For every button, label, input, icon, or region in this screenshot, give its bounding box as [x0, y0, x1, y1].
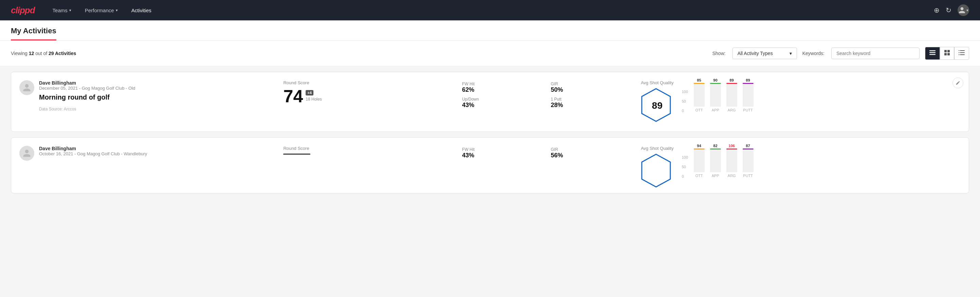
- one-putt-stat: 1 Putt 28%: [551, 97, 633, 109]
- gir-stat: GIR 56%: [551, 147, 633, 159]
- y-label-100: 100: [682, 90, 688, 94]
- svg-rect-2: [929, 54, 935, 55]
- shot-quality-chart: 100 50 0 94 OTT 82: [682, 150, 961, 185]
- activity-card: Dave Billingham October 16, 2021 - Gog M…: [11, 137, 969, 193]
- gir-stat: GIR 50%: [551, 81, 633, 93]
- svg-marker-14: [642, 154, 670, 187]
- bar-ott-label: OTT: [695, 108, 703, 112]
- holes-label: 18 Holes: [305, 97, 321, 102]
- stats-grid: FW Hit 62% GIR 50% Up/Down 43% 1 Putt 28…: [462, 81, 633, 109]
- stats-section: FW Hit 62% GIR 50% Up/Down 43% 1 Putt 28…: [462, 80, 633, 109]
- card-details: Dave Billingham October 16, 2021 - Gog M…: [39, 146, 147, 159]
- activity-title: Morning round of golf: [39, 93, 135, 101]
- player-name: Dave Billingham: [39, 80, 135, 86]
- svg-rect-6: [947, 53, 950, 55]
- user-avatar[interactable]: ▾: [958, 5, 969, 16]
- bar-putt-value: 89: [746, 78, 750, 82]
- card-player-info: Dave Billingham December 05, 2021 - Gog …: [19, 80, 275, 112]
- stats-grid: FW Hit 43% GIR 56%: [462, 147, 633, 159]
- bar-putt: 89 PUTT: [740, 78, 756, 112]
- search-input[interactable]: [831, 48, 920, 59]
- svg-rect-11: [960, 54, 965, 55]
- show-label: Show:: [713, 51, 725, 56]
- hexagon-score: [641, 153, 674, 189]
- activity-date-venue: December 05, 2021 - Gog Magog Golf Club …: [39, 86, 135, 91]
- teams-chevron-icon: ▾: [69, 8, 71, 13]
- bar-arg-label: ARG: [728, 108, 736, 112]
- viewing-count-text: Viewing 12 out of 29 Activities: [11, 51, 76, 56]
- quality-hex-area: Avg Shot Quality 89: [641, 80, 674, 123]
- nav-performance[interactable]: Performance ▾: [84, 5, 119, 16]
- bar-putt-2: 87 PUTT: [740, 144, 756, 178]
- bar-app: 90 APP: [708, 78, 723, 112]
- updown-stat: Up/Down 43%: [462, 97, 544, 109]
- stats-section: FW Hit 43% GIR 56%: [462, 146, 633, 159]
- avatar-chevron-icon: ▾: [966, 8, 969, 13]
- score-row: 74 +4 18 Holes: [283, 87, 453, 105]
- round-score-section: Round Score: [283, 146, 453, 155]
- shot-quality-section: Avg Shot Quality 89 100 50 0: [641, 80, 961, 123]
- main-content: Dave Billingham December 05, 2021 - Gog …: [0, 72, 980, 210]
- logo[interactable]: clippd: [11, 5, 35, 16]
- svg-rect-0: [929, 50, 935, 51]
- svg-rect-12: [959, 54, 959, 55]
- data-source: Data Source: Arccos: [39, 107, 135, 112]
- bar-arg: 89 ARG: [724, 78, 740, 112]
- bar-putt-label: PUTT: [743, 108, 753, 112]
- bar-app-label: APP: [712, 108, 719, 112]
- activity-type-dropdown[interactable]: All Activity Types ▾: [732, 48, 797, 59]
- hex-score-value: 89: [652, 100, 662, 111]
- view-list-button[interactable]: [954, 47, 969, 60]
- bar-ott: 85 OTT: [691, 78, 707, 112]
- view-compact-button[interactable]: [925, 47, 940, 60]
- shot-quality-chart: 100 50 0 85 OTT: [682, 85, 961, 119]
- player-avatar: [19, 146, 34, 161]
- svg-rect-7: [960, 50, 965, 51]
- bar-ott-2: 94 OTT: [691, 144, 707, 178]
- navbar: clippd Teams ▾ Performance ▾ Activities …: [0, 0, 980, 21]
- dropdown-chevron-icon: ▾: [789, 51, 792, 56]
- fw-hit-stat: FW Hit 62%: [462, 81, 544, 93]
- svg-rect-5: [944, 53, 947, 55]
- nav-teams[interactable]: Teams ▾: [51, 5, 73, 16]
- hexagon-score: 89: [641, 88, 674, 123]
- bar-arg-2: 106 ARG: [724, 144, 740, 178]
- refresh-button[interactable]: ↻: [946, 6, 951, 14]
- quality-hex-area: Avg Shot Quality: [641, 146, 674, 189]
- bar-app-value: 90: [713, 78, 718, 82]
- fw-hit-stat: FW Hit 43%: [462, 147, 544, 159]
- view-grid-button[interactable]: [940, 47, 954, 60]
- svg-rect-10: [959, 52, 959, 53]
- svg-rect-4: [947, 50, 950, 52]
- bar-arg-value: 89: [730, 78, 734, 82]
- page-header: My Activities: [0, 21, 980, 41]
- shot-quality-section: Avg Shot Quality 100 50 0 94: [641, 146, 961, 189]
- nav-actions: ⊕ ↻ ▾: [934, 5, 969, 16]
- activity-card: Dave Billingham December 05, 2021 - Gog …: [11, 72, 969, 132]
- y-label-50: 50: [682, 99, 688, 103]
- page-title: My Activities: [11, 27, 56, 40]
- bar-ott-value: 85: [697, 78, 701, 82]
- performance-chevron-icon: ▾: [116, 8, 118, 13]
- player-name: Dave Billingham: [39, 146, 147, 151]
- round-score-value: 74: [283, 87, 303, 105]
- svg-rect-3: [944, 50, 947, 52]
- view-toggle: [925, 47, 969, 60]
- svg-rect-1: [929, 52, 935, 53]
- round-score-section: Round Score 74 +4 18 Holes: [283, 80, 453, 105]
- round-score-label: Round Score: [283, 146, 453, 151]
- card-player-info: Dave Billingham October 16, 2021 - Gog M…: [19, 146, 275, 161]
- add-button[interactable]: ⊕: [934, 6, 940, 14]
- keywords-label: Keywords:: [802, 51, 824, 56]
- card-details: Dave Billingham December 05, 2021 - Gog …: [39, 80, 135, 112]
- svg-rect-8: [959, 50, 959, 51]
- svg-rect-9: [960, 52, 965, 53]
- round-score-label: Round Score: [283, 80, 453, 85]
- bar-app-2: 82 APP: [708, 144, 723, 178]
- y-label-0: 0: [682, 109, 688, 113]
- activity-date-venue: October 16, 2021 - Gog Magog Golf Club -…: [39, 151, 147, 156]
- nav-activities[interactable]: Activities: [130, 5, 153, 16]
- score-placeholder: [283, 153, 310, 155]
- score-badge: +4: [305, 90, 313, 96]
- filter-bar: Viewing 12 out of 29 Activities Show: Al…: [0, 41, 980, 66]
